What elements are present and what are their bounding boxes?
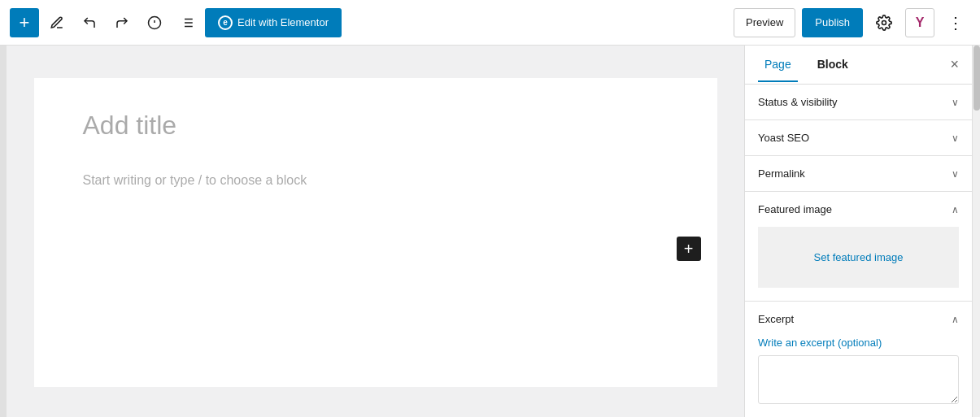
toolbar-left: + e Edit with Elementor bbox=[10, 8, 730, 37]
list-view-button[interactable] bbox=[172, 8, 202, 37]
chevron-status-visibility: ∨ bbox=[952, 97, 959, 108]
right-scrollbar-thumb bbox=[973, 46, 980, 111]
chevron-permalink: ∨ bbox=[952, 168, 959, 180]
accordion-header-excerpt[interactable]: Excerpt ∧ bbox=[745, 302, 972, 337]
accordion-permalink: Permalink ∨ bbox=[745, 156, 972, 192]
yoast-button[interactable]: Y bbox=[905, 8, 934, 37]
set-featured-image-button[interactable]: Set featured image bbox=[758, 227, 959, 288]
accordion-status-visibility: Status & visibility ∨ bbox=[745, 85, 972, 120]
info-button[interactable] bbox=[140, 8, 169, 37]
more-options-button[interactable]: ⋮ bbox=[941, 8, 970, 37]
editor-canvas: Add title Start writing or type / to cho… bbox=[34, 78, 717, 387]
accordion-label-excerpt: Excerpt bbox=[758, 313, 794, 325]
pen-tool-button[interactable] bbox=[42, 8, 72, 37]
elementor-icon: e bbox=[218, 15, 233, 30]
excerpt-label: Write an excerpt (optional) bbox=[758, 337, 959, 349]
undo-button[interactable] bbox=[75, 8, 104, 37]
preview-button[interactable]: Preview bbox=[734, 8, 795, 37]
chevron-yoast-seo: ∨ bbox=[952, 132, 959, 144]
panel-close-button[interactable]: × bbox=[950, 56, 959, 73]
excerpt-textarea[interactable] bbox=[758, 355, 959, 404]
tab-page[interactable]: Page bbox=[758, 48, 798, 82]
accordion-header-featured-image[interactable]: Featured image ∧ bbox=[745, 192, 972, 227]
editor-area: Add title Start writing or type / to cho… bbox=[7, 46, 744, 417]
accordion-header-status-visibility[interactable]: Status & visibility ∨ bbox=[745, 85, 972, 119]
svg-point-9 bbox=[882, 20, 886, 24]
accordion-label-permalink: Permalink bbox=[758, 167, 805, 180]
right-scrollbar bbox=[972, 46, 980, 417]
accordion-featured-image: Featured image ∧ Set featured image bbox=[745, 192, 972, 302]
tab-block[interactable]: Block bbox=[811, 48, 855, 82]
accordion-label-featured-image: Featured image bbox=[758, 203, 832, 215]
left-scroll-bar bbox=[0, 46, 7, 417]
panel-tabs: Page Block × bbox=[745, 46, 972, 85]
toolbar-right: Preview Publish Y ⋮ bbox=[734, 8, 970, 37]
settings-button[interactable] bbox=[869, 8, 899, 37]
add-block-button[interactable]: + bbox=[10, 8, 39, 37]
accordion-excerpt: Excerpt ∧ Write an excerpt (optional) bbox=[745, 302, 972, 417]
chevron-excerpt: ∧ bbox=[952, 314, 959, 325]
featured-image-body: Set featured image bbox=[745, 227, 972, 301]
main-layout: Add title Start writing or type / to cho… bbox=[0, 46, 980, 417]
right-panel-wrapper: Page Block × Status & visibility ∨ Yoast… bbox=[744, 46, 980, 417]
redo-button[interactable] bbox=[107, 8, 137, 37]
accordion-yoast-seo: Yoast SEO ∨ bbox=[745, 120, 972, 156]
toolbar: + e Edit with Elementor Preview Publish … bbox=[0, 0, 980, 46]
panel-content: Status & visibility ∨ Yoast SEO ∨ Permal… bbox=[745, 85, 972, 417]
edit-with-elementor-button[interactable]: e Edit with Elementor bbox=[205, 8, 342, 37]
accordion-header-permalink[interactable]: Permalink ∨ bbox=[745, 156, 972, 191]
publish-button[interactable]: Publish bbox=[802, 8, 863, 37]
inline-add-block-button[interactable]: + bbox=[677, 237, 701, 261]
accordion-label-status-visibility: Status & visibility bbox=[758, 96, 838, 108]
right-panel: Page Block × Status & visibility ∨ Yoast… bbox=[744, 46, 972, 417]
excerpt-body: Write an excerpt (optional) bbox=[745, 337, 972, 417]
accordion-header-yoast-seo[interactable]: Yoast SEO ∨ bbox=[745, 120, 972, 155]
editor-body[interactable]: Start writing or type / to choose a bloc… bbox=[83, 173, 669, 188]
post-title[interactable]: Add title bbox=[83, 111, 669, 141]
main-content: Add title Start writing or type / to cho… bbox=[0, 46, 744, 417]
chevron-featured-image: ∧ bbox=[952, 204, 959, 215]
accordion-label-yoast-seo: Yoast SEO bbox=[758, 132, 809, 144]
